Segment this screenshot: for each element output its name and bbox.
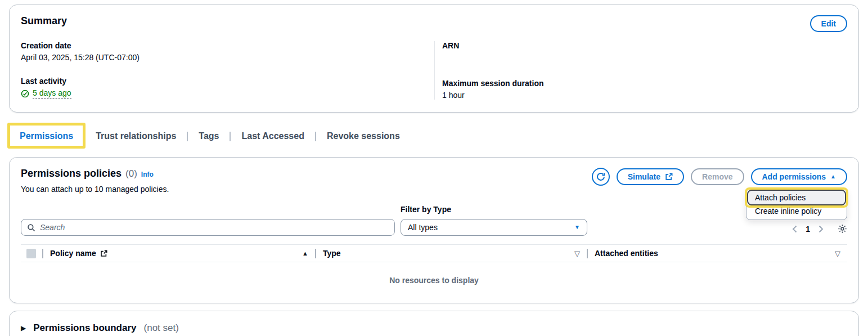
arn-field: ARN	[442, 41, 847, 64]
tab-tags-label: Tags	[199, 131, 219, 141]
tab-permissions-label: Permissions	[20, 131, 73, 141]
chevron-right-icon	[818, 225, 824, 233]
tab-permissions[interactable]: Permissions	[11, 126, 82, 147]
last-activity-label: Last activity	[21, 77, 434, 86]
simulate-label: Simulate	[628, 172, 660, 181]
select-all-cell	[21, 249, 42, 258]
search-icon	[27, 223, 35, 232]
filter-dropdown-icon[interactable]: ▽	[574, 249, 580, 258]
previous-page-button[interactable]	[792, 225, 797, 233]
creation-date-value: April 03, 2025, 15:28 (UTC-07:00)	[21, 53, 434, 62]
refresh-button[interactable]	[592, 168, 610, 186]
simulate-button[interactable]: Simulate	[617, 168, 684, 185]
policies-controls: Filter by Type All types ▼ 1	[10, 205, 858, 236]
filter-dropdown-icon[interactable]: ▽	[835, 249, 840, 258]
tab-divider	[84, 132, 85, 141]
policies-title: Permissions policies	[21, 168, 122, 180]
next-page-button[interactable]	[818, 225, 824, 233]
last-activity-value[interactable]: 5 days ago	[21, 88, 71, 98]
type-filter-value: All types	[408, 223, 438, 232]
external-link-icon	[665, 173, 673, 181]
tab-divider	[230, 132, 231, 141]
gear-icon	[838, 224, 847, 234]
add-permissions-label: Add permissions	[762, 172, 826, 181]
summary-card: Summary Edit Creation date April 03, 202…	[9, 5, 859, 113]
attach-policies-label: Attach policies	[755, 193, 806, 202]
tab-revoke-sessions[interactable]: Revoke sessions	[318, 126, 409, 147]
detail-tabs: Permissions Trust relationships Tags Las…	[9, 126, 859, 147]
table-header: Policy name ▲ Type ▽ Attached entities ▽	[21, 244, 847, 262]
chevron-left-icon	[792, 225, 797, 233]
page-number[interactable]: 1	[806, 225, 810, 234]
policies-count: (0)	[125, 168, 137, 180]
edit-button[interactable]: Edit	[810, 15, 847, 32]
permissions-boundary-card[interactable]: ▶ Permissions boundary (not set)	[9, 311, 859, 336]
last-activity-text: 5 days ago	[33, 88, 71, 98]
caret-down-icon: ▼	[574, 225, 580, 230]
info-link[interactable]: Info	[141, 171, 154, 178]
permissions-boundary-title: Permissions boundary	[33, 322, 136, 334]
last-activity-field: Last activity 5 days ago	[21, 77, 434, 100]
summary-left-column: Creation date April 03, 2025, 15:28 (UTC…	[21, 41, 434, 100]
pagination: 1	[792, 224, 847, 236]
permissions-boundary-status: (not set)	[144, 322, 179, 334]
search-box	[21, 219, 395, 236]
check-circle-icon	[21, 89, 29, 98]
tab-divider	[187, 132, 188, 141]
max-session-label: Maximum session duration	[442, 79, 847, 88]
add-permissions-dropdown: Add permissions ▲ Attach policies Create…	[751, 168, 848, 185]
max-session-value: 1 hour	[442, 91, 847, 100]
search-input[interactable]	[40, 223, 389, 232]
tab-trust-relationships[interactable]: Trust relationships	[87, 126, 185, 147]
type-filter-select[interactable]: All types ▼	[401, 219, 587, 236]
select-all-checkbox[interactable]	[26, 249, 36, 258]
policies-header-text: Permissions policies (0) Info You can at…	[21, 168, 169, 194]
empty-state-message: No resources to display	[10, 262, 858, 288]
create-inline-policy-label: Create inline policy	[755, 207, 821, 216]
column-type[interactable]: Type ▽	[316, 249, 587, 258]
tab-divider	[315, 132, 316, 141]
remove-button[interactable]: Remove	[691, 168, 744, 185]
add-permissions-button[interactable]: Add permissions ▲	[751, 168, 848, 185]
iam-role-detail-page: Summary Edit Creation date April 03, 202…	[0, 0, 868, 336]
summary-columns: Creation date April 03, 2025, 15:28 (UTC…	[21, 41, 847, 100]
creation-date-field: Creation date April 03, 2025, 15:28 (UTC…	[21, 41, 434, 62]
policy-name-header-label: Policy name	[50, 249, 96, 258]
menu-item-create-inline-policy[interactable]: Create inline policy	[748, 204, 845, 218]
permissions-policies-card: Permissions policies (0) Info You can at…	[9, 157, 859, 303]
tab-last-accessed-label: Last Accessed	[241, 131, 304, 141]
creation-date-label: Creation date	[21, 41, 434, 50]
summary-right-column: ARN Maximum session duration 1 hour	[435, 41, 847, 100]
column-policy-name[interactable]: Policy name ▲	[43, 249, 315, 258]
column-attached-entities[interactable]: Attached entities ▽	[588, 249, 847, 258]
max-session-field: Maximum session duration 1 hour	[442, 79, 847, 100]
arn-value	[442, 53, 847, 64]
add-permissions-menu: Attach policies Create inline policy	[746, 189, 847, 220]
settings-button[interactable]	[838, 224, 847, 234]
expand-right-icon[interactable]: ▶	[21, 324, 26, 332]
policies-description: You can attach up to 10 managed policies…	[21, 185, 169, 194]
tab-revoke-sessions-label: Revoke sessions	[327, 131, 400, 141]
sort-ascending-icon[interactable]: ▲	[302, 250, 308, 257]
policies-header: Permissions policies (0) Info You can at…	[10, 168, 858, 194]
summary-title: Summary	[21, 15, 67, 27]
summary-header: Summary Edit	[21, 15, 847, 32]
external-link-icon	[100, 250, 107, 257]
tab-trust-relationships-label: Trust relationships	[96, 131, 176, 141]
tab-last-accessed[interactable]: Last Accessed	[232, 126, 313, 147]
filter-by-type-label: Filter by Type	[401, 205, 587, 214]
caret-up-icon: ▲	[830, 174, 836, 180]
arn-label: ARN	[442, 41, 847, 50]
type-header-label: Type	[323, 249, 341, 258]
refresh-icon	[596, 172, 605, 181]
policies-actions: Simulate Remove Add permissions ▲ Attach…	[592, 168, 847, 186]
attached-entities-header-label: Attached entities	[595, 249, 658, 258]
menu-item-attach-policies[interactable]: Attach policies	[748, 191, 845, 204]
type-filter-group: Filter by Type All types ▼	[401, 205, 587, 236]
tab-tags[interactable]: Tags	[190, 126, 228, 147]
